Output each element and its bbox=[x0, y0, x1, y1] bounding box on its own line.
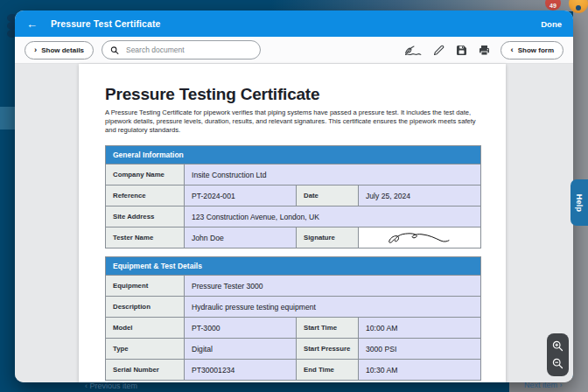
table-section-header: General Information bbox=[105, 145, 481, 164]
field-value: 10:00 AM bbox=[359, 318, 481, 338]
field-label: Type bbox=[106, 339, 185, 359]
zoom-in-icon[interactable] bbox=[552, 340, 564, 352]
certificate-description: A Pressure Testing Certificate for pipew… bbox=[105, 108, 482, 135]
show-details-button[interactable]: › Show details bbox=[24, 41, 94, 60]
field-label: Site Address bbox=[106, 206, 185, 227]
zoom-out-icon[interactable] bbox=[552, 358, 564, 369]
document-toolbar: › Show details bbox=[15, 37, 573, 64]
table-row: Model PT-3000 Start Time 10:00 AM bbox=[105, 317, 481, 338]
previous-item-link[interactable]: ‹ Previous item bbox=[85, 382, 137, 390]
zoom-controls bbox=[547, 333, 569, 376]
table-row: Equipment Pressure Tester 3000 bbox=[105, 275, 481, 296]
field-label: Start Time bbox=[297, 318, 359, 338]
field-value: Digital bbox=[185, 339, 297, 359]
done-button[interactable]: Done bbox=[541, 19, 562, 29]
table-row: Site Address 123 Construction Avenue, Lo… bbox=[105, 206, 481, 227]
field-value: PT-2024-001 bbox=[185, 186, 297, 206]
signature-cell bbox=[359, 228, 481, 248]
background-nav-highlight bbox=[0, 107, 16, 130]
field-label: Serial Number bbox=[106, 360, 185, 380]
search-input[interactable] bbox=[124, 45, 252, 55]
field-value: John Doe bbox=[185, 228, 297, 248]
field-value: 123 Construction Avenue, London, UK bbox=[185, 206, 481, 227]
table-section-header: Equipment & Test Details bbox=[105, 256, 481, 275]
field-value: PT-3000 bbox=[185, 318, 297, 338]
field-label: Start Pressure bbox=[297, 339, 359, 359]
field-label: Reference bbox=[106, 186, 185, 206]
show-form-button[interactable]: ‹ Show form bbox=[500, 41, 564, 60]
field-label: Signature bbox=[297, 228, 359, 248]
chevron-right-icon: › bbox=[34, 46, 37, 54]
field-label: Model bbox=[106, 318, 185, 338]
certificate-page: Pressure Testing Certificate A Pressure … bbox=[79, 64, 506, 382]
field-label: Company Name bbox=[106, 164, 185, 185]
equipment-test-details-table: Equipment & Test Details Equipment Press… bbox=[105, 256, 481, 381]
general-information-table: General Information Company Name Insite … bbox=[105, 145, 481, 248]
field-label: Equipment bbox=[106, 276, 185, 296]
toolbar-icon-group bbox=[404, 44, 490, 57]
field-value: 3000 PSI bbox=[359, 339, 481, 359]
field-value: Hydraulic pressure testing equipment bbox=[185, 297, 481, 317]
modal-title: Pressure Test Certificate bbox=[51, 18, 160, 29]
table-row: Type Digital Start Pressure 3000 PSI bbox=[105, 338, 481, 359]
field-label: End Time bbox=[297, 360, 359, 380]
edit-pencil-icon[interactable] bbox=[433, 45, 444, 56]
chevron-left-icon: ‹ bbox=[510, 46, 513, 54]
table-row: Tester Name John Doe Signature bbox=[105, 227, 481, 248]
table-row: Company Name Insite Construction Ltd bbox=[105, 164, 481, 185]
search-icon bbox=[110, 46, 119, 55]
search-input-container[interactable] bbox=[102, 40, 261, 60]
save-icon[interactable] bbox=[456, 45, 467, 56]
modal-header: ← Pressure Test Certificate Done bbox=[15, 10, 573, 37]
signature-icon[interactable] bbox=[404, 44, 422, 57]
screen: 49 ‹ Previous item Next item › ← Pressur… bbox=[0, 0, 588, 392]
document-viewer: Pressure Testing Certificate A Pressure … bbox=[15, 64, 573, 382]
field-value: 10:30 AM bbox=[359, 360, 481, 380]
field-label: Tester Name bbox=[106, 228, 185, 248]
field-value: Insite Construction Ltd bbox=[185, 164, 481, 185]
signature-scribble bbox=[387, 229, 453, 247]
field-value: PT30001234 bbox=[185, 360, 297, 380]
back-arrow-icon[interactable]: ← bbox=[26, 18, 38, 30]
page-title: Pressure Testing Certificate bbox=[105, 85, 481, 104]
help-tab[interactable]: Help bbox=[570, 179, 588, 226]
table-row: Description Hydraulic pressure testing e… bbox=[105, 296, 481, 317]
field-value: July 25, 2024 bbox=[359, 186, 481, 206]
field-value: Pressure Tester 3000 bbox=[185, 276, 481, 296]
print-icon[interactable] bbox=[479, 45, 490, 56]
table-row: Serial Number PT30001234 End Time 10:30 … bbox=[105, 359, 481, 380]
field-label: Description bbox=[106, 297, 185, 317]
field-label: Date bbox=[297, 186, 359, 206]
certificate-modal: ← Pressure Test Certificate Done › Show … bbox=[15, 10, 573, 382]
table-row: Reference PT-2024-001 Date July 25, 2024 bbox=[105, 185, 481, 206]
